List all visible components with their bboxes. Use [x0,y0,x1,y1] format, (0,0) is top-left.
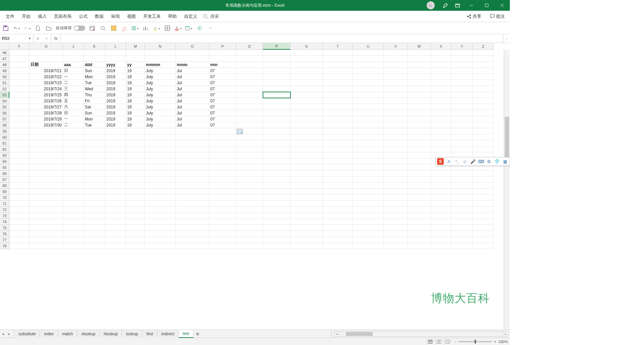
cell[interactable] [84,152,105,158]
cell[interactable] [408,231,431,237]
cell[interactable] [9,146,30,152]
cell[interactable] [451,74,473,80]
cell[interactable] [323,152,353,158]
cell[interactable] [209,195,236,201]
cell[interactable] [353,177,384,183]
cell[interactable] [384,170,408,177]
cell[interactable] [84,231,105,237]
cell[interactable] [323,134,353,140]
cell[interactable] [290,50,323,56]
cell[interactable] [263,158,290,164]
cell[interactable] [384,50,408,56]
expand-formula-bar-icon[interactable]: ⌄ [503,34,510,43]
cell[interactable] [408,183,431,189]
cell[interactable] [9,62,30,68]
row-header[interactable]: 48 [0,62,9,68]
row-header[interactable]: 77 [0,237,9,243]
cell[interactable] [30,134,63,140]
cell[interactable] [126,237,145,243]
cell[interactable] [145,201,176,207]
cell[interactable] [408,195,431,201]
cell[interactable] [353,237,384,243]
cell[interactable] [408,56,431,62]
cell[interactable] [431,122,451,128]
cell[interactable] [473,74,494,80]
cell[interactable] [431,170,451,177]
window-mode-icon[interactable] [451,3,464,8]
cell[interactable] [63,219,84,225]
cell[interactable]: 2019/7/26 [30,98,63,104]
redo-button[interactable] [23,24,31,32]
cell[interactable] [431,86,451,92]
cell[interactable] [63,213,84,219]
cell[interactable] [105,219,126,225]
ribbon-tab-页面布局[interactable]: 页面布局 [50,11,75,22]
cell[interactable] [9,92,30,98]
cell[interactable] [431,146,451,152]
cell[interactable] [431,201,451,207]
cell[interactable] [63,164,84,170]
row-header[interactable]: 58 [0,122,9,128]
cell[interactable] [431,116,451,122]
cell[interactable] [105,237,126,243]
cell[interactable] [84,146,105,152]
cell[interactable]: 07 [209,80,236,86]
cell[interactable] [431,128,451,134]
cell[interactable] [353,56,384,62]
cell[interactable] [451,183,473,189]
cell[interactable]: Jul [176,80,209,86]
cell[interactable] [408,122,431,128]
minimize-button[interactable] [464,0,479,11]
cell[interactable] [408,98,431,104]
cell[interactable] [384,189,408,195]
ribbon-tab-公式[interactable]: 公式 [75,11,91,22]
cell[interactable] [145,152,176,158]
cell[interactable] [176,134,209,140]
column-header[interactable]: L [105,43,126,50]
cell[interactable] [126,213,145,219]
cell[interactable] [451,243,473,249]
cell[interactable]: 日 [63,110,84,116]
cell[interactable] [176,207,209,213]
cell[interactable] [290,74,323,80]
cell[interactable] [9,237,30,243]
cell[interactable] [30,213,63,219]
cell[interactable]: 07 [209,110,236,116]
cell[interactable] [431,207,451,213]
cell[interactable] [353,146,384,152]
cell[interactable] [145,146,176,152]
cell[interactable] [431,183,451,189]
cell[interactable]: July [145,68,176,74]
cell[interactable] [408,74,431,80]
cell[interactable] [209,243,236,249]
cell[interactable] [263,164,290,170]
cell[interactable] [209,183,236,189]
row-header[interactable]: 67 [0,177,9,183]
cell[interactable] [451,146,473,152]
calendar-icon[interactable] [89,24,96,32]
cell[interactable] [431,213,451,219]
cell[interactable] [145,164,176,170]
cell[interactable]: 日 [63,68,84,74]
cell[interactable] [105,213,126,219]
cell[interactable]: 19 [126,68,145,74]
cell[interactable] [263,243,290,249]
cell[interactable] [473,104,494,110]
font-color-icon[interactable] [174,24,182,32]
cell[interactable] [323,92,353,98]
cell[interactable] [290,189,323,195]
cell[interactable] [145,183,176,189]
cell[interactable] [431,231,451,237]
scroll-right-icon[interactable]: ▸ [503,332,508,336]
cell[interactable] [126,140,145,146]
cell[interactable] [290,62,323,68]
pivot-icon[interactable] [110,24,117,32]
cell[interactable] [176,177,209,183]
ribbon-tab-数据[interactable]: 数据 [91,11,107,22]
cell[interactable] [63,231,84,237]
cell[interactable]: mmm [176,62,209,68]
cell[interactable] [126,146,145,152]
row-header[interactable]: 49 [0,68,9,74]
column-header[interactable]: V [384,43,408,50]
cell[interactable]: Sat [84,104,105,110]
